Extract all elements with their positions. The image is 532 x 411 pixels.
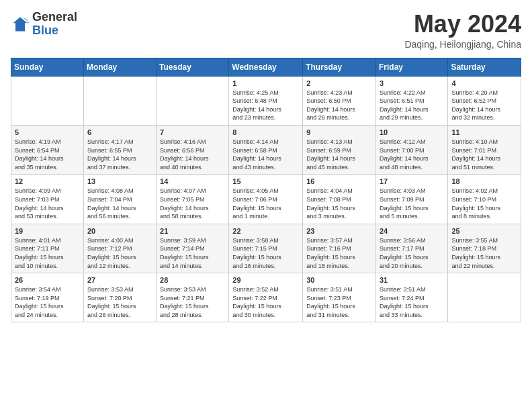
calendar-cell: 22Sunrise: 3:58 AM Sunset: 7:15 PM Dayli…	[229, 224, 303, 273]
calendar-cell	[83, 76, 156, 125]
day-info: Sunrise: 3:56 AM Sunset: 7:17 PM Dayligh…	[380, 236, 444, 270]
month-title: May 2024	[404, 11, 521, 38]
day-number: 27	[87, 276, 152, 284]
day-info: Sunrise: 4:12 AM Sunset: 7:00 PM Dayligh…	[380, 138, 444, 171]
day-number: 25	[451, 227, 517, 235]
day-info: Sunrise: 3:58 AM Sunset: 7:15 PM Dayligh…	[232, 236, 299, 270]
calendar-cell: 13Sunrise: 4:08 AM Sunset: 7:04 PM Dayli…	[83, 175, 156, 224]
calendar-cell: 12Sunrise: 4:09 AM Sunset: 7:03 PM Dayli…	[11, 175, 84, 224]
page-header: General Blue May 2024 Daqing, Heilongjia…	[11, 11, 521, 50]
day-number: 3	[380, 79, 444, 87]
day-number: 10	[380, 128, 444, 136]
calendar-cell	[448, 273, 521, 322]
day-number: 1	[232, 79, 299, 87]
day-info: Sunrise: 3:55 AM Sunset: 7:18 PM Dayligh…	[451, 236, 517, 270]
day-info: Sunrise: 4:09 AM Sunset: 7:03 PM Dayligh…	[15, 187, 80, 220]
day-number: 17	[380, 177, 444, 185]
calendar-cell: 20Sunrise: 4:00 AM Sunset: 7:12 PM Dayli…	[83, 224, 156, 273]
calendar-cell: 26Sunrise: 3:54 AM Sunset: 7:19 PM Dayli…	[11, 273, 84, 322]
calendar-cell: 29Sunrise: 3:52 AM Sunset: 7:22 PM Dayli…	[229, 273, 303, 322]
week-row-2: 5Sunrise: 4:19 AM Sunset: 6:54 PM Daylig…	[11, 125, 521, 174]
day-info: Sunrise: 4:22 AM Sunset: 6:51 PM Dayligh…	[380, 89, 444, 122]
day-info: Sunrise: 3:51 AM Sunset: 7:24 PM Dayligh…	[380, 285, 444, 319]
calendar-cell: 1Sunrise: 4:25 AM Sunset: 6:48 PM Daylig…	[229, 76, 303, 125]
day-number: 15	[232, 177, 299, 185]
weekday-header-friday: Friday	[375, 58, 447, 76]
day-number: 4	[451, 79, 517, 87]
day-info: Sunrise: 4:25 AM Sunset: 6:48 PM Dayligh…	[232, 89, 299, 122]
day-info: Sunrise: 3:51 AM Sunset: 7:23 PM Dayligh…	[306, 285, 372, 319]
calendar-cell	[157, 76, 229, 125]
calendar-cell: 19Sunrise: 4:01 AM Sunset: 7:11 PM Dayli…	[11, 224, 84, 273]
day-info: Sunrise: 3:53 AM Sunset: 7:20 PM Dayligh…	[87, 285, 152, 319]
weekday-header-sunday: Sunday	[11, 58, 84, 76]
day-info: Sunrise: 4:10 AM Sunset: 7:01 PM Dayligh…	[451, 138, 517, 171]
day-info: Sunrise: 4:02 AM Sunset: 7:10 PM Dayligh…	[451, 187, 517, 220]
day-info: Sunrise: 4:03 AM Sunset: 7:09 PM Dayligh…	[380, 187, 444, 220]
day-number: 30	[306, 276, 372, 284]
day-number: 5	[15, 128, 80, 136]
day-number: 6	[87, 128, 152, 136]
day-info: Sunrise: 4:08 AM Sunset: 7:04 PM Dayligh…	[87, 187, 152, 220]
week-row-5: 26Sunrise: 3:54 AM Sunset: 7:19 PM Dayli…	[11, 273, 521, 322]
day-number: 2	[306, 79, 372, 87]
day-number: 31	[380, 276, 444, 284]
calendar-cell: 24Sunrise: 3:56 AM Sunset: 7:17 PM Dayli…	[375, 224, 447, 273]
calendar-cell: 17Sunrise: 4:03 AM Sunset: 7:09 PM Dayli…	[375, 175, 447, 224]
calendar-cell: 16Sunrise: 4:04 AM Sunset: 7:08 PM Dayli…	[303, 175, 376, 224]
logo-blue: Blue	[32, 24, 58, 37]
day-info: Sunrise: 4:14 AM Sunset: 6:58 PM Dayligh…	[232, 138, 299, 171]
week-row-1: 1Sunrise: 4:25 AM Sunset: 6:48 PM Daylig…	[11, 76, 521, 125]
day-number: 18	[451, 177, 517, 185]
day-number: 22	[232, 227, 299, 235]
day-info: Sunrise: 4:16 AM Sunset: 6:56 PM Dayligh…	[160, 138, 225, 171]
calendar-cell: 30Sunrise: 3:51 AM Sunset: 7:23 PM Dayli…	[303, 273, 376, 322]
weekday-header-wednesday: Wednesday	[229, 58, 303, 76]
day-info: Sunrise: 4:13 AM Sunset: 6:59 PM Dayligh…	[306, 138, 372, 171]
logo-general: General	[32, 10, 77, 24]
day-number: 20	[87, 227, 152, 235]
day-info: Sunrise: 4:17 AM Sunset: 6:55 PM Dayligh…	[87, 138, 152, 171]
calendar-cell: 25Sunrise: 3:55 AM Sunset: 7:18 PM Dayli…	[448, 224, 521, 273]
weekday-header-tuesday: Tuesday	[157, 58, 229, 76]
day-info: Sunrise: 4:19 AM Sunset: 6:54 PM Dayligh…	[15, 138, 80, 171]
calendar-cell	[11, 76, 84, 125]
day-number: 19	[15, 227, 80, 235]
calendar-cell: 3Sunrise: 4:22 AM Sunset: 6:51 PM Daylig…	[375, 76, 447, 125]
day-info: Sunrise: 4:00 AM Sunset: 7:12 PM Dayligh…	[87, 236, 152, 270]
day-info: Sunrise: 4:01 AM Sunset: 7:11 PM Dayligh…	[15, 236, 80, 270]
calendar-cell: 2Sunrise: 4:23 AM Sunset: 6:50 PM Daylig…	[303, 76, 376, 125]
title-block: May 2024 Daqing, Heilongjiang, China	[404, 11, 521, 50]
day-number: 9	[306, 128, 372, 136]
calendar-table: SundayMondayTuesdayWednesdayThursdayFrid…	[11, 58, 521, 323]
calendar-cell: 27Sunrise: 3:53 AM Sunset: 7:20 PM Dayli…	[83, 273, 156, 322]
calendar-cell: 9Sunrise: 4:13 AM Sunset: 6:59 PM Daylig…	[303, 125, 376, 174]
day-number: 23	[306, 227, 372, 235]
calendar-cell: 14Sunrise: 4:07 AM Sunset: 7:05 PM Dayli…	[157, 175, 229, 224]
weekday-header-monday: Monday	[83, 58, 156, 76]
calendar-cell: 8Sunrise: 4:14 AM Sunset: 6:58 PM Daylig…	[229, 125, 303, 174]
calendar-cell: 18Sunrise: 4:02 AM Sunset: 7:10 PM Dayli…	[448, 175, 521, 224]
day-info: Sunrise: 3:59 AM Sunset: 7:14 PM Dayligh…	[160, 236, 225, 270]
calendar-cell: 23Sunrise: 3:57 AM Sunset: 7:16 PM Dayli…	[303, 224, 376, 273]
weekday-header-thursday: Thursday	[303, 58, 376, 76]
calendar-cell: 6Sunrise: 4:17 AM Sunset: 6:55 PM Daylig…	[83, 125, 156, 174]
day-number: 7	[160, 128, 225, 136]
day-info: Sunrise: 4:04 AM Sunset: 7:08 PM Dayligh…	[306, 187, 372, 220]
day-number: 13	[87, 177, 152, 185]
day-info: Sunrise: 3:57 AM Sunset: 7:16 PM Dayligh…	[306, 236, 372, 270]
day-number: 21	[160, 227, 225, 235]
calendar-cell: 10Sunrise: 4:12 AM Sunset: 7:00 PM Dayli…	[375, 125, 447, 174]
day-number: 14	[160, 177, 225, 185]
day-info: Sunrise: 4:23 AM Sunset: 6:50 PM Dayligh…	[306, 89, 372, 122]
day-number: 29	[232, 276, 299, 284]
calendar-cell: 31Sunrise: 3:51 AM Sunset: 7:24 PM Dayli…	[375, 273, 447, 322]
calendar-cell: 5Sunrise: 4:19 AM Sunset: 6:54 PM Daylig…	[11, 125, 84, 174]
day-number: 8	[232, 128, 299, 136]
day-number: 11	[451, 128, 517, 136]
week-row-4: 19Sunrise: 4:01 AM Sunset: 7:11 PM Dayli…	[11, 224, 521, 273]
day-info: Sunrise: 3:54 AM Sunset: 7:19 PM Dayligh…	[15, 285, 80, 319]
weekday-header-saturday: Saturday	[448, 58, 521, 76]
day-info: Sunrise: 4:20 AM Sunset: 6:52 PM Dayligh…	[451, 89, 517, 122]
day-number: 26	[15, 276, 80, 284]
